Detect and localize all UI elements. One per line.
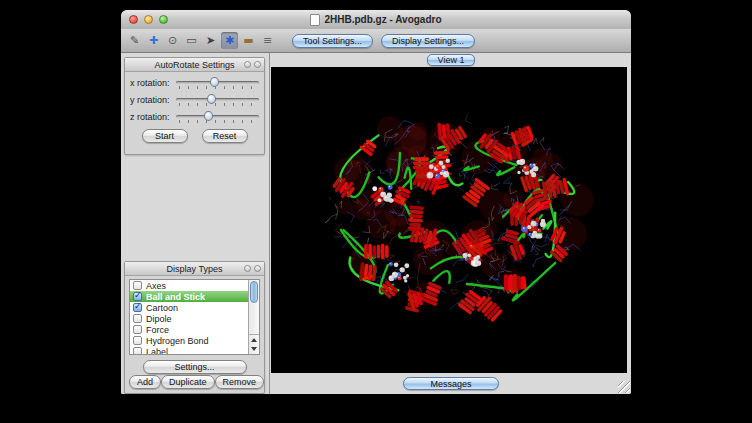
display-types-panel: Display Types AxesBall and StickCartoonD… bbox=[124, 261, 265, 394]
display-types-panel-title: Display Types bbox=[167, 264, 223, 274]
display-type-checkbox[interactable] bbox=[133, 292, 142, 301]
slider-row: z rotation: bbox=[125, 108, 264, 125]
settings-button[interactable]: Settings... bbox=[143, 360, 247, 374]
avogadro-window: 2HHB.pdb.gz - Avogadro ✎✚⊙▭➤✱▬≡ Tool Set… bbox=[121, 10, 631, 394]
display-types-list: AxesBall and StickCartoonDipoleForceHydr… bbox=[129, 279, 260, 355]
desktop: 2HHB.pdb.gz - Avogadro ✎✚⊙▭➤✱▬≡ Tool Set… bbox=[0, 0, 752, 423]
display-type-label: Cartoon bbox=[146, 303, 178, 313]
display-type-label: Label bbox=[146, 347, 168, 355]
scrollbar-arrows bbox=[249, 334, 259, 354]
view-tab-bar: View 1 bbox=[271, 53, 631, 67]
document-proxy-icon bbox=[310, 14, 320, 26]
navigate-tool-icon[interactable]: ✚ bbox=[145, 32, 162, 49]
display-type-label: Dipole bbox=[146, 314, 172, 324]
select-tool-icon[interactable]: ▭ bbox=[183, 32, 200, 49]
tool-settings-button[interactable]: Tool Settings... bbox=[292, 34, 373, 48]
slider-ticks bbox=[179, 86, 256, 89]
panel-close-icon[interactable] bbox=[254, 61, 261, 68]
display-types-rows: AxesBall and StickCartoonDipoleForceHydr… bbox=[130, 280, 248, 354]
toolbar-tools: ✎✚⊙▭➤✱▬≡ bbox=[126, 32, 276, 49]
scroll-up-button[interactable] bbox=[249, 335, 259, 344]
slider-track bbox=[176, 98, 259, 101]
display-type-row[interactable]: Axes bbox=[130, 280, 248, 291]
reset-button[interactable]: Reset bbox=[202, 129, 248, 143]
scroll-down-button[interactable] bbox=[249, 344, 259, 353]
slider-ticks bbox=[179, 120, 256, 123]
display-type-checkbox[interactable] bbox=[133, 314, 142, 323]
slider-label: y rotation: bbox=[130, 95, 176, 105]
display-types-panel-header: Display Types bbox=[125, 262, 264, 276]
display-type-label: Ball and Stick bbox=[146, 292, 205, 302]
autorotate-sliders: x rotation:y rotation:z rotation: bbox=[125, 72, 264, 125]
display-types-buttons: Add Duplicate Remove bbox=[129, 375, 260, 389]
slider-track bbox=[176, 115, 259, 118]
display-settings-button[interactable]: Display Settings... bbox=[381, 34, 475, 48]
window-title: 2HHB.pdb.gz - Avogadro bbox=[121, 10, 631, 29]
panel-float-icon[interactable] bbox=[244, 265, 251, 272]
manipulate-tool-icon[interactable]: ➤ bbox=[202, 32, 219, 49]
add-button[interactable]: Add bbox=[129, 375, 161, 389]
slider-thumb[interactable] bbox=[204, 111, 213, 121]
slider-label: x rotation: bbox=[130, 78, 176, 88]
panel-close-icon[interactable] bbox=[254, 265, 261, 272]
autorotate-panel-title: AutoRotate Settings bbox=[154, 60, 234, 70]
display-type-label: Force bbox=[146, 325, 169, 335]
arrow-down-icon bbox=[251, 347, 257, 351]
display-type-row[interactable]: Hydrogen Bond bbox=[130, 335, 248, 346]
autorotate-panel: AutoRotate Settings x rotation:y rotatio… bbox=[124, 57, 265, 155]
autorotate-buttons: Start Reset bbox=[125, 129, 264, 143]
messages-button[interactable]: Messages bbox=[403, 377, 499, 390]
autorotate-tool-icon[interactable]: ✱ bbox=[221, 32, 238, 49]
display-type-checkbox[interactable] bbox=[133, 336, 142, 345]
display-type-label: Axes bbox=[146, 281, 166, 291]
panel-header-buttons bbox=[244, 265, 261, 272]
display-type-row[interactable]: Dipole bbox=[130, 313, 248, 324]
viewport-column: View 1 Messages bbox=[271, 53, 631, 394]
zoom-tool-icon[interactable]: ⊙ bbox=[164, 32, 181, 49]
draw-tool-icon[interactable]: ✎ bbox=[126, 32, 143, 49]
panel-float-icon[interactable] bbox=[244, 61, 251, 68]
titlebar[interactable]: 2HHB.pdb.gz - Avogadro bbox=[121, 10, 631, 30]
arrow-up-icon bbox=[251, 338, 257, 342]
measure-tool-icon[interactable]: ▬ bbox=[240, 32, 257, 49]
resize-grip[interactable] bbox=[618, 381, 630, 393]
slider-label: z rotation: bbox=[130, 112, 176, 122]
display-type-row[interactable]: Label bbox=[130, 346, 248, 354]
duplicate-button[interactable]: Duplicate bbox=[161, 375, 215, 389]
window-title-text: 2HHB.pdb.gz - Avogadro bbox=[324, 14, 441, 25]
slider-thumb[interactable] bbox=[207, 94, 216, 104]
slider-thumb[interactable] bbox=[210, 77, 219, 87]
view-tab[interactable]: View 1 bbox=[427, 54, 476, 66]
list-scrollbar[interactable] bbox=[248, 280, 259, 354]
slider-row: x rotation: bbox=[125, 74, 264, 91]
display-type-row[interactable]: Cartoon bbox=[130, 302, 248, 313]
messages-bar: Messages bbox=[271, 373, 631, 394]
slider-row: y rotation: bbox=[125, 91, 264, 108]
display-type-checkbox[interactable] bbox=[133, 281, 142, 290]
display-type-label: Hydrogen Bond bbox=[146, 336, 209, 346]
rotation-slider[interactable] bbox=[176, 76, 259, 90]
scrollbar-thumb[interactable] bbox=[250, 281, 258, 303]
toolbar-buttons: Tool Settings... Display Settings... bbox=[292, 34, 475, 48]
display-type-row[interactable]: Force bbox=[130, 324, 248, 335]
align-tool-icon[interactable]: ≡ bbox=[259, 32, 276, 49]
molecule-canvas bbox=[271, 67, 627, 373]
autorotate-panel-header: AutoRotate Settings bbox=[125, 58, 264, 72]
display-type-checkbox[interactable] bbox=[133, 303, 142, 312]
display-type-checkbox[interactable] bbox=[133, 347, 142, 354]
panel-header-buttons bbox=[244, 61, 261, 68]
rotation-slider[interactable] bbox=[176, 93, 259, 107]
display-type-checkbox[interactable] bbox=[133, 325, 142, 334]
remove-button[interactable]: Remove bbox=[215, 375, 265, 389]
slider-ticks bbox=[179, 103, 256, 106]
left-dock: AutoRotate Settings x rotation:y rotatio… bbox=[121, 53, 270, 394]
start-button[interactable]: Start bbox=[142, 129, 188, 143]
display-type-row[interactable]: Ball and Stick bbox=[130, 291, 248, 302]
rotation-slider[interactable] bbox=[176, 110, 259, 124]
settings-row: Settings... bbox=[125, 360, 264, 374]
toolbar: ✎✚⊙▭➤✱▬≡ Tool Settings... Display Settin… bbox=[121, 29, 631, 53]
gl-viewport[interactable] bbox=[271, 67, 627, 373]
